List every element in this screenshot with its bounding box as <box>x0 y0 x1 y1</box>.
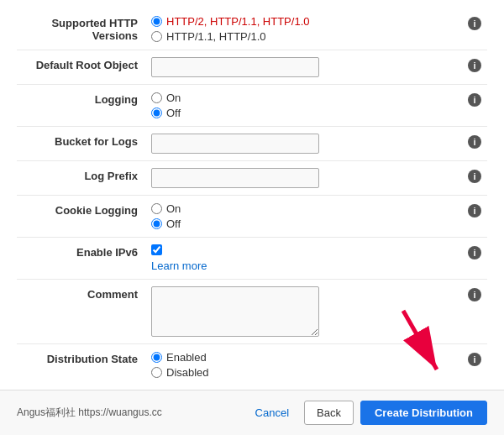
ipv6-checkbox[interactable] <box>151 244 162 255</box>
default-root-input[interactable] <box>151 57 319 77</box>
logging-off-label: Off <box>166 107 181 119</box>
comment-textarea[interactable] <box>151 286 319 337</box>
enabled-label: Enabled <box>166 351 207 364</box>
ipv6-input-col: Learn more <box>151 244 462 272</box>
log-prefix-label: Log Prefix <box>17 168 151 182</box>
log-prefix-input[interactable] <box>151 168 319 188</box>
http-versions-label: Supported HTTP Versions <box>17 15 151 42</box>
log-prefix-info-icon[interactable]: i <box>468 170 481 183</box>
disabled-label: Disabled <box>166 366 209 379</box>
http-option-2[interactable]: HTTP/1.1, HTTP/1.0 <box>151 30 462 43</box>
comment-info-icon[interactable]: i <box>468 288 481 301</box>
footer-actions: Cancel Back Create Distribution <box>247 401 487 425</box>
cookie-logging-row: Cookie Logging On Off i <box>17 196 487 238</box>
http-versions-info-icon[interactable]: i <box>468 17 481 30</box>
bucket-input-col <box>151 134 462 154</box>
brand-label: Angus福利社 https://wuangus.cc <box>17 406 162 418</box>
cookie-off-radio[interactable] <box>151 218 162 229</box>
cookie-logging-info: i <box>462 202 487 218</box>
logging-input-col: On Off <box>151 92 462 119</box>
form-container: Supported HTTP Versions HTTP/2, HTTP/1.1… <box>0 0 504 385</box>
dist-state-row: Distribution State Enabled Disabled i <box>17 344 487 385</box>
dist-state-info-icon[interactable]: i <box>468 353 481 366</box>
http-option-1-label: HTTP/2, HTTP/1.1, HTTP/1.0 <box>166 15 309 28</box>
default-root-info: i <box>462 57 487 72</box>
ipv6-info-icon[interactable]: i <box>468 246 481 259</box>
cookie-logging-label: Cookie Logging <box>17 202 151 217</box>
enabled-radio[interactable] <box>151 352 162 363</box>
cookie-on-radio[interactable] <box>151 203 162 214</box>
bucket-info: i <box>462 134 487 149</box>
comment-info: i <box>462 286 487 301</box>
brand-text: Angus福利社 https://wuangus.cc <box>17 406 162 420</box>
cancel-button[interactable]: Cancel <box>247 401 297 424</box>
http-version-radio-2[interactable] <box>151 31 162 42</box>
logging-on-label: On <box>166 92 181 104</box>
logging-info: i <box>462 92 487 107</box>
disabled-radio[interactable] <box>151 367 162 378</box>
bucket-row: Bucket for Logs i <box>17 127 487 161</box>
http-versions-input-col: HTTP/2, HTTP/1.1, HTTP/1.0 HTTP/1.1, HTT… <box>151 15 462 43</box>
bucket-input[interactable] <box>151 134 319 154</box>
default-root-label: Default Root Object <box>17 57 151 71</box>
comment-input-col <box>151 286 462 337</box>
cookie-logging-input-col: On Off <box>151 202 462 230</box>
ipv6-checkbox-row <box>151 244 462 255</box>
ipv6-label: Enable IPv6 <box>17 244 151 259</box>
learn-more-link[interactable]: Learn more <box>151 259 462 272</box>
dist-state-input-col: Enabled Disabled <box>151 351 462 379</box>
bucket-info-icon[interactable]: i <box>468 135 481 149</box>
comment-label: Comment <box>17 286 151 301</box>
enabled-option[interactable]: Enabled <box>151 351 462 364</box>
footer: Angus福利社 https://wuangus.cc Cancel Back … <box>0 390 504 435</box>
http-option-1[interactable]: HTTP/2, HTTP/1.1, HTTP/1.0 <box>151 15 462 28</box>
cookie-logging-info-icon[interactable]: i <box>468 204 481 218</box>
ipv6-info: i <box>462 244 487 259</box>
bucket-label: Bucket for Logs <box>17 134 151 148</box>
http-version-radio-1[interactable] <box>151 16 162 27</box>
log-prefix-row: Log Prefix i <box>17 161 487 196</box>
default-root-row: Default Root Object i <box>17 50 487 85</box>
cookie-on-label: On <box>166 202 181 215</box>
http-versions-row: Supported HTTP Versions HTTP/2, HTTP/1.1… <box>17 8 487 50</box>
logging-off-option[interactable]: Off <box>151 107 462 119</box>
default-root-info-icon[interactable]: i <box>468 59 481 72</box>
cookie-on-option[interactable]: On <box>151 202 462 215</box>
disabled-option[interactable]: Disabled <box>151 366 462 379</box>
http-option-2-label: HTTP/1.1, HTTP/1.0 <box>166 30 265 43</box>
default-root-input-col <box>151 57 462 77</box>
ipv6-row: Enable IPv6 Learn more i <box>17 238 487 280</box>
log-prefix-input-col <box>151 168 462 188</box>
logging-info-icon[interactable]: i <box>468 93 481 107</box>
logging-on-option[interactable]: On <box>151 92 462 104</box>
dist-state-info: i <box>462 351 487 366</box>
dist-state-label: Distribution State <box>17 351 151 365</box>
back-button[interactable]: Back <box>304 401 354 425</box>
log-prefix-info: i <box>462 168 487 183</box>
cookie-off-option[interactable]: Off <box>151 218 462 230</box>
comment-row: Comment i <box>17 280 487 344</box>
logging-label: Logging <box>17 92 151 106</box>
cookie-off-label: Off <box>166 218 181 230</box>
http-versions-info: i <box>462 15 487 30</box>
logging-row: Logging On Off i <box>17 85 487 127</box>
logging-on-radio[interactable] <box>151 92 162 103</box>
create-distribution-button[interactable]: Create Distribution <box>360 401 487 425</box>
logging-off-radio[interactable] <box>151 107 162 118</box>
